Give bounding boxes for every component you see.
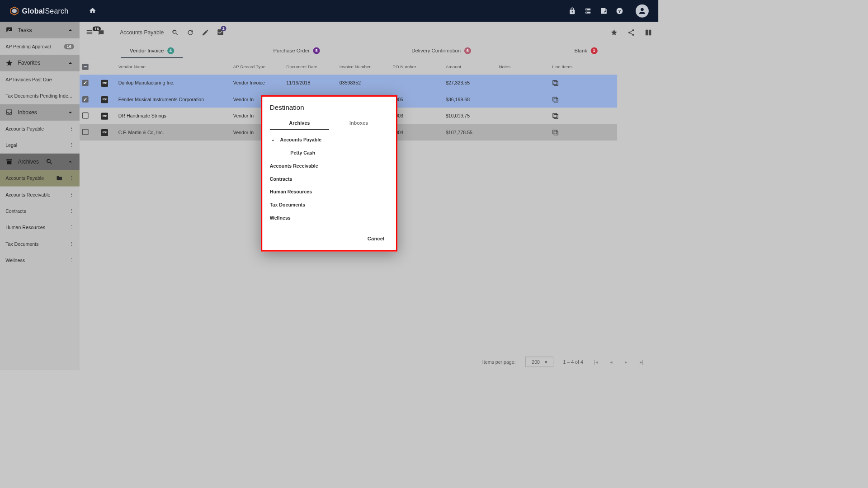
- destination-tree: ⌄ Accounts Payable Petty Cash Accounts R…: [262, 130, 396, 230]
- tree-item-label: Wellness: [270, 215, 291, 221]
- tree-item-human-resources[interactable]: Human Resources: [270, 185, 388, 198]
- dialog-tabs: Archives Inboxes: [262, 116, 396, 130]
- tree-item-label: Tax Documents: [270, 202, 305, 207]
- tree-item-label: Accounts Receivable: [270, 163, 318, 169]
- tree-item-accounts-payable[interactable]: ⌄ Accounts Payable: [270, 133, 388, 146]
- tree-item-wellness[interactable]: Wellness: [270, 211, 388, 225]
- tree-item-accounts-receivable[interactable]: Accounts Receivable: [270, 160, 388, 173]
- dialog-tab-archives[interactable]: Archives: [270, 116, 329, 130]
- tree-item-label: Contracts: [270, 176, 292, 182]
- chevron-down-icon: ⌄: [270, 137, 276, 142]
- tree-item-label: Human Resources: [270, 189, 312, 195]
- modal-overlay: Destination Archives Inboxes ⌄ Accounts …: [0, 0, 658, 370]
- tree-item-contracts[interactable]: Contracts: [270, 172, 388, 185]
- dialog-actions: Cancel: [262, 230, 396, 246]
- cancel-button[interactable]: Cancel: [364, 233, 387, 243]
- destination-dialog: Destination Archives Inboxes ⌄ Accounts …: [261, 95, 397, 252]
- tree-item-petty-cash[interactable]: Petty Cash: [270, 146, 388, 160]
- tree-item-tax-documents[interactable]: Tax Documents: [270, 198, 388, 211]
- tree-item-label: Petty Cash: [290, 150, 315, 155]
- dialog-title: Destination: [262, 103, 396, 116]
- dialog-tab-inboxes[interactable]: Inboxes: [329, 116, 388, 130]
- tree-item-label: Accounts Payable: [280, 137, 321, 142]
